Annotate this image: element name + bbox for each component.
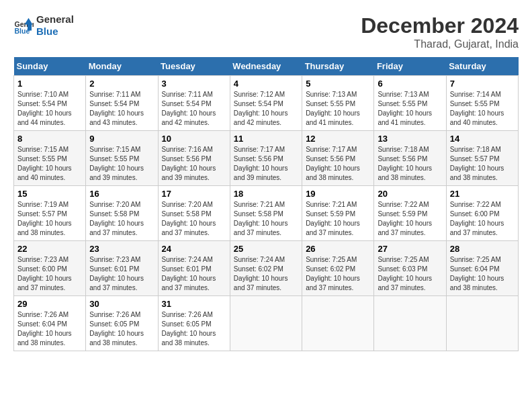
calendar-cell: [230, 296, 302, 351]
calendar-header-row: SundayMondayTuesdayWednesdayThursdayFrid…: [14, 57, 519, 76]
day-number: 18: [234, 189, 298, 199]
day-number: 25: [234, 244, 298, 254]
day-detail: Sunrise: 7:11 AMSunset: 5:54 PMDaylight:…: [89, 91, 144, 126]
day-detail: Sunrise: 7:15 AMSunset: 5:55 PMDaylight:…: [17, 146, 72, 181]
logo: General Blue General Blue: [13, 13, 74, 38]
day-number: 6: [378, 79, 442, 89]
calendar-cell: 3 Sunrise: 7:11 AMSunset: 5:54 PMDayligh…: [158, 76, 230, 131]
calendar-cell: 14 Sunrise: 7:18 AMSunset: 5:57 PMDaylig…: [446, 131, 518, 186]
day-number: 10: [162, 134, 226, 144]
calendar-cell: [302, 296, 374, 351]
calendar-table: SundayMondayTuesdayWednesdayThursdayFrid…: [13, 57, 519, 351]
calendar-cell: 18 Sunrise: 7:21 AMSunset: 5:58 PMDaylig…: [230, 186, 302, 241]
day-number: 8: [17, 134, 82, 144]
day-detail: Sunrise: 7:21 AMSunset: 5:59 PMDaylight:…: [306, 201, 360, 236]
calendar-cell: 2 Sunrise: 7:11 AMSunset: 5:54 PMDayligh…: [86, 76, 158, 131]
day-number: 1: [17, 79, 82, 89]
day-detail: Sunrise: 7:24 AMSunset: 6:02 PMDaylight:…: [234, 256, 288, 291]
calendar-cell: 7 Sunrise: 7:14 AMSunset: 5:55 PMDayligh…: [446, 76, 518, 131]
calendar-cell: 11 Sunrise: 7:17 AMSunset: 5:56 PMDaylig…: [230, 131, 302, 186]
calendar-cell: 6 Sunrise: 7:13 AMSunset: 5:55 PMDayligh…: [374, 76, 446, 131]
day-detail: Sunrise: 7:17 AMSunset: 5:56 PMDaylight:…: [234, 146, 288, 181]
calendar-cell: [374, 296, 446, 351]
day-detail: Sunrise: 7:13 AMSunset: 5:55 PMDaylight:…: [378, 91, 432, 126]
calendar-cell: 25 Sunrise: 7:24 AMSunset: 6:02 PMDaylig…: [230, 241, 302, 296]
day-detail: Sunrise: 7:26 AMSunset: 6:05 PMDaylight:…: [162, 311, 216, 347]
column-header-monday: Monday: [86, 57, 158, 76]
day-detail: Sunrise: 7:19 AMSunset: 5:57 PMDaylight:…: [17, 201, 72, 236]
day-number: 23: [89, 244, 154, 254]
day-number: 5: [306, 79, 370, 89]
column-header-sunday: Sunday: [14, 57, 86, 76]
day-detail: Sunrise: 7:26 AMSunset: 6:05 PMDaylight:…: [89, 311, 144, 347]
day-detail: Sunrise: 7:20 AMSunset: 5:58 PMDaylight:…: [162, 201, 216, 236]
day-detail: Sunrise: 7:14 AMSunset: 5:55 PMDaylight:…: [450, 91, 504, 126]
day-detail: Sunrise: 7:13 AMSunset: 5:55 PMDaylight:…: [306, 91, 360, 126]
calendar-cell: 9 Sunrise: 7:15 AMSunset: 5:55 PMDayligh…: [86, 131, 158, 186]
calendar-cell: 4 Sunrise: 7:12 AMSunset: 5:54 PMDayligh…: [230, 76, 302, 131]
location-subtitle: Tharad, Gujarat, India: [361, 38, 519, 50]
day-number: 21: [450, 189, 515, 199]
day-number: 19: [306, 189, 370, 199]
day-detail: Sunrise: 7:12 AMSunset: 5:54 PMDaylight:…: [234, 91, 288, 126]
day-detail: Sunrise: 7:22 AMSunset: 6:00 PMDaylight:…: [450, 201, 504, 236]
day-detail: Sunrise: 7:25 AMSunset: 6:03 PMDaylight:…: [378, 256, 432, 291]
column-header-friday: Friday: [374, 57, 446, 76]
calendar-cell: 10 Sunrise: 7:16 AMSunset: 5:56 PMDaylig…: [158, 131, 230, 186]
calendar-body: 1 Sunrise: 7:10 AMSunset: 5:54 PMDayligh…: [14, 76, 519, 351]
calendar-cell: 17 Sunrise: 7:20 AMSunset: 5:58 PMDaylig…: [158, 186, 230, 241]
day-detail: Sunrise: 7:20 AMSunset: 5:58 PMDaylight:…: [89, 201, 144, 236]
day-number: 13: [378, 134, 442, 144]
day-detail: Sunrise: 7:18 AMSunset: 5:56 PMDaylight:…: [378, 146, 432, 181]
calendar-cell: 29 Sunrise: 7:26 AMSunset: 6:04 PMDaylig…: [14, 296, 86, 351]
day-number: 31: [162, 299, 226, 309]
day-detail: Sunrise: 7:25 AMSunset: 6:02 PMDaylight:…: [306, 256, 360, 291]
day-number: 12: [306, 134, 370, 144]
calendar-cell: 8 Sunrise: 7:15 AMSunset: 5:55 PMDayligh…: [14, 131, 86, 186]
calendar-cell: 5 Sunrise: 7:13 AMSunset: 5:55 PMDayligh…: [302, 76, 374, 131]
calendar-week-row: 15 Sunrise: 7:19 AMSunset: 5:57 PMDaylig…: [14, 186, 519, 241]
day-number: 3: [162, 79, 226, 89]
calendar-cell: 22 Sunrise: 7:23 AMSunset: 6:00 PMDaylig…: [14, 241, 86, 296]
logo-text-general: General: [36, 13, 74, 26]
calendar-cell: 24 Sunrise: 7:24 AMSunset: 6:01 PMDaylig…: [158, 241, 230, 296]
calendar-cell: 27 Sunrise: 7:25 AMSunset: 6:03 PMDaylig…: [374, 241, 446, 296]
calendar-cell: 26 Sunrise: 7:25 AMSunset: 6:02 PMDaylig…: [302, 241, 374, 296]
day-number: 22: [17, 244, 82, 254]
day-number: 16: [89, 189, 154, 199]
calendar-cell: 21 Sunrise: 7:22 AMSunset: 6:00 PMDaylig…: [446, 186, 518, 241]
day-number: 17: [162, 189, 226, 199]
day-number: 29: [17, 299, 82, 309]
day-detail: Sunrise: 7:21 AMSunset: 5:58 PMDaylight:…: [234, 201, 288, 236]
calendar-cell: 28 Sunrise: 7:25 AMSunset: 6:04 PMDaylig…: [446, 241, 518, 296]
day-number: 20: [378, 189, 442, 199]
calendar-cell: 30 Sunrise: 7:26 AMSunset: 6:05 PMDaylig…: [86, 296, 158, 351]
day-number: 2: [89, 79, 154, 89]
column-header-saturday: Saturday: [446, 57, 518, 76]
day-number: 9: [89, 134, 154, 144]
column-header-wednesday: Wednesday: [230, 57, 302, 76]
calendar-cell: 1 Sunrise: 7:10 AMSunset: 5:54 PMDayligh…: [14, 76, 86, 131]
calendar-cell: 31 Sunrise: 7:26 AMSunset: 6:05 PMDaylig…: [158, 296, 230, 351]
day-detail: Sunrise: 7:25 AMSunset: 6:04 PMDaylight:…: [450, 256, 504, 291]
calendar-cell: 15 Sunrise: 7:19 AMSunset: 5:57 PMDaylig…: [14, 186, 86, 241]
calendar-cell: [446, 296, 518, 351]
day-number: 15: [17, 189, 82, 199]
day-detail: Sunrise: 7:18 AMSunset: 5:57 PMDaylight:…: [450, 146, 504, 181]
column-header-tuesday: Tuesday: [158, 57, 230, 76]
day-detail: Sunrise: 7:10 AMSunset: 5:54 PMDaylight:…: [17, 91, 72, 126]
day-number: 14: [450, 134, 515, 144]
calendar-week-row: 8 Sunrise: 7:15 AMSunset: 5:55 PMDayligh…: [14, 131, 519, 186]
calendar-cell: 20 Sunrise: 7:22 AMSunset: 5:59 PMDaylig…: [374, 186, 446, 241]
calendar-cell: 19 Sunrise: 7:21 AMSunset: 5:59 PMDaylig…: [302, 186, 374, 241]
month-year-title: December 2024: [361, 13, 519, 38]
calendar-week-row: 29 Sunrise: 7:26 AMSunset: 6:04 PMDaylig…: [14, 296, 519, 351]
day-detail: Sunrise: 7:16 AMSunset: 5:56 PMDaylight:…: [162, 146, 216, 181]
day-number: 4: [234, 79, 298, 89]
day-number: 26: [306, 244, 370, 254]
title-section: December 2024 Tharad, Gujarat, India: [361, 13, 519, 50]
calendar-week-row: 1 Sunrise: 7:10 AMSunset: 5:54 PMDayligh…: [14, 76, 519, 131]
day-detail: Sunrise: 7:11 AMSunset: 5:54 PMDaylight:…: [162, 91, 216, 126]
svg-text:Blue: Blue: [15, 27, 30, 35]
column-header-thursday: Thursday: [302, 57, 374, 76]
